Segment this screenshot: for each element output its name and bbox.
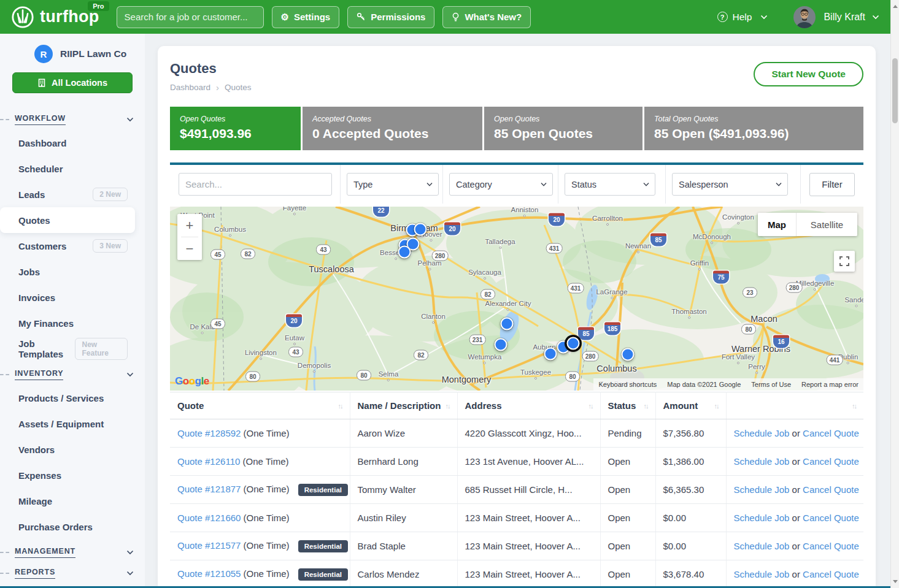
column-header-amount[interactable]: Amount↑↓ — [655, 392, 726, 419]
dropdown-salesperson-select[interactable]: Salesperson — [672, 173, 788, 196]
map-view-button[interactable]: Map — [758, 213, 796, 236]
dropdown-category-select[interactable]: Category — [449, 173, 553, 196]
whats-new-button[interactable]: What's New? — [442, 6, 531, 28]
sidebar-item-job-templates[interactable]: Job TemplatesNew Feature — [0, 336, 135, 362]
sidebar-item-expenses[interactable]: Expenses — [0, 462, 135, 488]
sidebar-item-assets-equipment[interactable]: Assets / Equipment — [0, 411, 135, 437]
sidebar-item-invoices[interactable]: Invoices — [0, 284, 135, 310]
page-scrollbar[interactable] — [890, 0, 899, 588]
breadcrumb-current: Quotes — [225, 83, 252, 92]
all-locations-button[interactable]: All Locations — [12, 72, 133, 93]
zoom-out-button[interactable]: − — [177, 237, 202, 260]
map-marker[interactable] — [398, 246, 411, 259]
quote-link[interactable]: Quote #121055 — [177, 568, 241, 579]
map-marker[interactable] — [414, 223, 427, 236]
help-menu[interactable]: ? Help — [717, 12, 768, 23]
city-name: Eutaw — [285, 334, 304, 342]
sidebar-item-customers[interactable]: Customers3 New — [0, 233, 135, 259]
chevron-down-icon — [126, 550, 134, 555]
user-menu[interactable]: Billy Kraft — [824, 12, 879, 23]
city-name: Thomaston — [671, 308, 707, 315]
quotes-search-input[interactable] — [179, 173, 332, 196]
map-marker[interactable] — [622, 348, 635, 361]
permissions-button[interactable]: Permissions — [347, 6, 434, 28]
sidebar-item-mileage[interactable]: Mileage — [0, 488, 135, 514]
map-marker-selected[interactable] — [567, 337, 580, 350]
quote-type-label: (One Time) — [241, 513, 289, 523]
cancel-quote-link[interactable]: Cancel Quote — [803, 541, 859, 551]
scroll-down-arrow[interactable] — [891, 577, 899, 586]
keyboard-shortcuts-link[interactable]: Keyboard shortcuts — [598, 381, 657, 388]
schedule-job-link[interactable]: Schedule Job — [734, 456, 790, 467]
sidebar-section-reports[interactable]: REPORTS — [0, 565, 145, 581]
fullscreen-button[interactable] — [834, 251, 855, 272]
stat-label: Accepted Quotes — [312, 115, 473, 123]
google-logo-letter: o — [189, 375, 195, 387]
settings-button[interactable]: ⚙ Settings — [272, 6, 340, 28]
avatar[interactable] — [793, 6, 816, 28]
map-marker[interactable] — [501, 318, 514, 330]
sidebar-item-dashboard[interactable]: Dashboard — [0, 130, 135, 156]
cancel-quote-link[interactable]: Cancel Quote — [803, 513, 859, 523]
quote-link[interactable]: Quote #121877 — [177, 484, 241, 494]
cancel-quote-link[interactable]: Cancel Quote — [803, 484, 859, 495]
quote-link[interactable]: Quote #126110 — [177, 456, 240, 467]
sidebar-item-products-services[interactable]: Products / Services — [0, 385, 135, 411]
stats-row: Open Quotes$491,093.96Accepted Quotes0 A… — [170, 107, 863, 150]
city-dot — [229, 234, 231, 237]
cancel-quote-link[interactable]: Cancel Quote — [803, 428, 859, 438]
sidebar-section-management[interactable]: MANAGEMENT — [0, 544, 145, 560]
sidebar-item-badge: 2 New — [93, 188, 128, 201]
sidebar-item-my-finances[interactable]: My Finances — [0, 310, 135, 336]
status: Open — [600, 476, 655, 504]
sidebar-item-purchase-orders[interactable]: Purchase Orders — [0, 514, 135, 540]
brand-logo[interactable]: turfhop Pro — [11, 6, 99, 29]
sidebar-item-jobs[interactable]: Jobs — [0, 259, 135, 284]
map[interactable]: FayetteWest PointColumbusTuscaloosaBirmi… — [170, 207, 863, 391]
dropdown-type-select[interactable]: Type — [347, 173, 439, 196]
schedule-job-link[interactable]: Schedule Job — [734, 541, 790, 551]
map-marker[interactable] — [544, 348, 557, 361]
cancel-quote-link[interactable]: Cancel Quote — [803, 569, 859, 579]
breadcrumb-dashboard[interactable]: Dashboard — [170, 83, 210, 92]
column-header-address[interactable]: Address↑↓ — [457, 392, 600, 419]
sidebar-item-leads[interactable]: Leads2 New — [0, 181, 135, 207]
google-logo[interactable]: Google — [175, 375, 209, 388]
city-name: Fort Valley — [722, 353, 755, 361]
schedule-job-link[interactable]: Schedule Job — [734, 428, 790, 438]
stat-card-3-open-quotes: Open Quotes85 Open Quotes — [484, 107, 642, 150]
start-new-quote-button[interactable]: Start New Quote — [754, 62, 863, 86]
section-label: INVENTORY — [15, 369, 63, 380]
city-dot — [430, 239, 432, 242]
city-name: Macon — [750, 314, 777, 324]
schedule-job-link[interactable]: Schedule Job — [734, 484, 790, 495]
report-map-error-link[interactable]: Report a map error — [801, 381, 858, 388]
company-row[interactable]: R RIIPL Lawn Co — [0, 45, 145, 63]
sidebar-section-workflow[interactable]: WORKFLOW — [0, 112, 145, 128]
global-search-input[interactable] — [117, 6, 264, 28]
sidebar-item-vendors[interactable]: Vendors — [0, 437, 135, 462]
column-header-name[interactable]: Name / Description↑↓ — [350, 392, 457, 419]
quote-link[interactable]: Quote #121660 — [177, 513, 241, 523]
column-header-status[interactable]: Status↑↓ — [600, 392, 655, 419]
satellite-view-button[interactable]: Satellite — [796, 213, 857, 236]
cancel-quote-link[interactable]: Cancel Quote — [803, 456, 859, 467]
zoom-in-button[interactable]: + — [177, 214, 202, 237]
quote-link[interactable]: Quote #128592 — [177, 428, 241, 438]
filter-button[interactable]: Filter — [809, 173, 855, 196]
dropdown-status-select[interactable]: Status — [565, 173, 655, 196]
column-header-quote[interactable]: Quote↑↓ — [170, 392, 350, 419]
schedule-job-link[interactable]: Schedule Job — [734, 513, 790, 523]
column-header-actions[interactable]: ↑↓ — [726, 392, 863, 419]
section-label: MANAGEMENT — [15, 547, 75, 558]
schedule-job-link[interactable]: Schedule Job — [734, 569, 790, 579]
map-marker[interactable] — [495, 338, 507, 351]
sidebar-item-quotes[interactable]: Quotes — [0, 207, 135, 233]
terms-of-use-link[interactable]: Terms of Use — [751, 381, 791, 388]
scrollbar-thumb[interactable] — [892, 58, 898, 123]
scroll-up-arrow[interactable] — [891, 2, 899, 11]
quote-link[interactable]: Quote #121577 — [177, 540, 241, 551]
sidebar-item-scheduler[interactable]: Scheduler — [0, 156, 135, 181]
sidebar-item-label: Mileage — [18, 496, 52, 506]
sidebar-section-inventory[interactable]: INVENTORY — [0, 367, 145, 383]
